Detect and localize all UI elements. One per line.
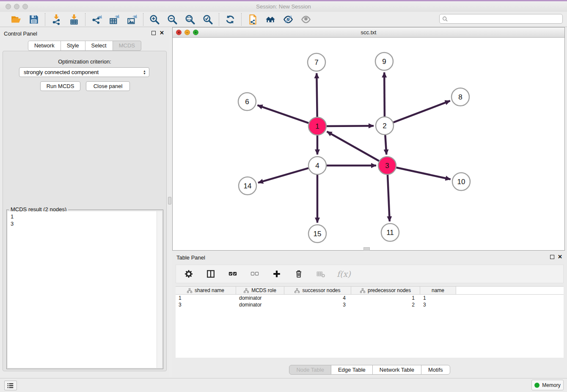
column-header-predecessor-nodes[interactable]: predecessor nodes bbox=[351, 287, 420, 294]
export-image-icon[interactable] bbox=[126, 14, 138, 25]
zoom-out-icon[interactable] bbox=[166, 14, 178, 25]
column-header-name[interactable]: name bbox=[420, 287, 456, 294]
export-network-icon[interactable] bbox=[91, 14, 102, 25]
svg-text:11: 11 bbox=[386, 229, 394, 237]
save-icon[interactable] bbox=[28, 14, 40, 25]
graph-node-11[interactable]: 11 bbox=[381, 224, 399, 241]
window-title: Session: New Session bbox=[0, 3, 567, 10]
result-scrollbar[interactable] bbox=[157, 211, 162, 368]
network-window-titlebar[interactable]: ✕−+ scc.txt bbox=[173, 28, 564, 38]
zoom-selected-icon[interactable] bbox=[202, 14, 214, 25]
status-bar: Memory bbox=[0, 378, 567, 392]
table-cell: dominator bbox=[236, 295, 284, 301]
import-network-icon[interactable] bbox=[50, 14, 62, 25]
tab-motifs[interactable]: Motifs bbox=[421, 365, 450, 375]
list-icon bbox=[7, 382, 14, 389]
graph-node-14[interactable]: 14 bbox=[239, 177, 256, 195]
graph-edge-1-7[interactable] bbox=[317, 73, 317, 117]
graph-edge-2-8[interactable] bbox=[394, 101, 450, 122]
tab-node-table[interactable]: Node Table bbox=[289, 365, 331, 375]
graph-edge-3-10[interactable] bbox=[396, 168, 451, 179]
graph-node-4[interactable]: 4 bbox=[308, 157, 326, 174]
graph-edge-3-11[interactable] bbox=[388, 175, 390, 221]
delete-column-icon[interactable] bbox=[293, 268, 305, 280]
table-cell: dominator bbox=[236, 301, 284, 308]
table-cell: 3 bbox=[284, 301, 351, 308]
column-header-successor-nodes[interactable]: successor nodes bbox=[284, 287, 351, 294]
panel-splitter-handle[interactable] bbox=[168, 197, 171, 204]
function-builder-icon[interactable]: f(x) bbox=[337, 269, 351, 279]
delete-table-icon[interactable] bbox=[315, 268, 327, 280]
graph-edge-1-6[interactable] bbox=[258, 105, 309, 123]
graph-node-15[interactable]: 15 bbox=[308, 225, 326, 243]
float-panel-icon[interactable] bbox=[151, 31, 156, 35]
result-line: 1 bbox=[11, 213, 162, 220]
main-titlebar: Session: New Session bbox=[0, 1, 567, 12]
graph-node-2[interactable]: 2 bbox=[376, 117, 394, 135]
eye-icon[interactable] bbox=[300, 14, 312, 25]
tab-edge-table[interactable]: Edge Table bbox=[331, 365, 373, 375]
task-history-button[interactable] bbox=[4, 381, 17, 390]
graph-node-10[interactable]: 10 bbox=[452, 173, 470, 190]
select-all-icon[interactable] bbox=[227, 268, 239, 280]
column-header-mcds-role[interactable]: MCDS role bbox=[236, 287, 284, 294]
graph-node-7[interactable]: 7 bbox=[308, 53, 325, 71]
network-canvas[interactable]: 7968124314101511 bbox=[173, 38, 564, 250]
svg-text:15: 15 bbox=[314, 230, 322, 238]
refresh-icon[interactable] bbox=[224, 14, 236, 25]
table-cell: 3 bbox=[420, 301, 456, 308]
network-splitter-handle[interactable] bbox=[363, 247, 370, 251]
tab-style[interactable]: Style bbox=[61, 41, 85, 51]
close-panel-icon[interactable]: ✕ bbox=[160, 30, 164, 36]
table-settings-gear-icon[interactable] bbox=[183, 268, 195, 280]
add-column-icon[interactable] bbox=[271, 268, 283, 280]
graph-edge-2-3[interactable] bbox=[385, 135, 386, 155]
mcds-panel: Optimization criterion: strongly connect… bbox=[3, 51, 167, 371]
svg-text:2: 2 bbox=[383, 122, 386, 130]
column-header-shared-name[interactable]: shared name bbox=[176, 287, 236, 294]
graph-node-1[interactable]: 1 bbox=[308, 117, 326, 135]
graph-node-3[interactable]: 3 bbox=[378, 157, 396, 174]
table-row[interactable]: 3dominator323 bbox=[176, 301, 564, 308]
graph-edge-4-14[interactable] bbox=[258, 168, 308, 183]
criterion-select[interactable]: strongly connected component ▲▼ bbox=[19, 67, 149, 77]
network-document-icon[interactable] bbox=[247, 14, 259, 25]
import-table-icon[interactable] bbox=[68, 14, 80, 25]
float-table-panel-icon[interactable] bbox=[550, 255, 554, 259]
column-visibility-icon[interactable] bbox=[205, 268, 217, 280]
graph-edge-1-2[interactable] bbox=[327, 126, 374, 126]
graph-node-8[interactable]: 8 bbox=[451, 88, 469, 106]
control-panel-tabs: NetworkStyleSelectMCDS bbox=[0, 41, 169, 51]
tab-select[interactable]: Select bbox=[85, 41, 113, 51]
close-panel-button[interactable]: Close panel bbox=[86, 81, 130, 91]
select-stepper-icon: ▲▼ bbox=[143, 70, 146, 75]
run-mcds-button[interactable]: Run MCDS bbox=[40, 81, 80, 91]
memory-button[interactable]: Memory bbox=[531, 380, 564, 390]
unselect-all-icon[interactable] bbox=[249, 268, 261, 280]
table-row[interactable]: 1dominator411 bbox=[176, 295, 564, 301]
tab-network[interactable]: Network bbox=[28, 41, 61, 51]
network-graph: 7968124314101511 bbox=[173, 38, 564, 250]
graph-node-9[interactable]: 9 bbox=[375, 52, 393, 70]
control-panel: Control Panel ✕ NetworkStyleSelectMCDS O… bbox=[0, 27, 169, 378]
zoom-in-icon[interactable] bbox=[149, 14, 160, 25]
export-table-icon[interactable] bbox=[108, 14, 120, 25]
search-input[interactable] bbox=[448, 14, 562, 23]
svg-text:1: 1 bbox=[315, 122, 319, 130]
tab-mcds[interactable]: MCDS bbox=[113, 41, 141, 51]
mcds-result-lines: 13 bbox=[8, 211, 162, 227]
open-folder-icon[interactable] bbox=[10, 14, 22, 25]
search-field[interactable] bbox=[439, 14, 563, 24]
svg-text:8: 8 bbox=[458, 93, 462, 101]
graph-edge-2-9[interactable] bbox=[384, 72, 385, 116]
home-icon[interactable] bbox=[264, 14, 276, 25]
graph-edge-3-1[interactable] bbox=[327, 132, 379, 161]
mcds-result-group: MCDS result (2 nodes) 13 bbox=[6, 210, 163, 369]
close-table-panel-icon[interactable]: ✕ bbox=[558, 254, 562, 260]
memory-label: Memory bbox=[542, 382, 560, 388]
zoom-fit-icon[interactable] bbox=[184, 14, 196, 25]
tab-network-table[interactable]: Network Table bbox=[372, 365, 421, 375]
graph-node-6[interactable]: 6 bbox=[238, 93, 256, 110]
svg-text:4: 4 bbox=[315, 162, 319, 170]
hide-graphics-details-icon[interactable] bbox=[282, 14, 294, 25]
